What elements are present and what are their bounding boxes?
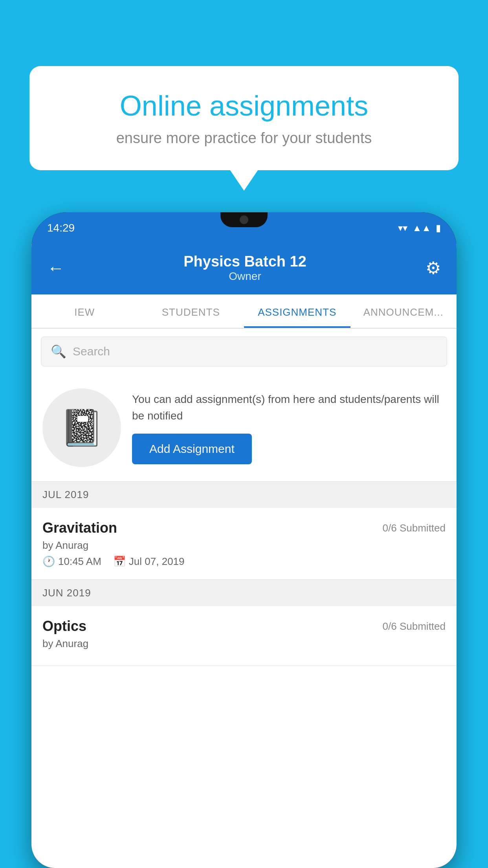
search-icon: 🔍 [51, 344, 66, 359]
assignment-name-optics: Optics [42, 618, 86, 634]
speech-bubble-subtitle: ensure more practice for your students [57, 130, 431, 147]
wifi-icon: ▾▾ [398, 223, 407, 234]
assignment-time-value: 10:45 AM [58, 555, 101, 568]
phone-screen: ← Physics Batch 12 Owner ⚙ IEW STUDENTS … [31, 244, 457, 868]
header-title: Physics Batch 12 [183, 253, 306, 270]
assignment-time: 🕐 10:45 AM [42, 555, 101, 568]
status-bar: 14:29 ▾▾ ▲▲ ▮ [31, 212, 457, 244]
status-time: 14:29 [47, 222, 75, 234]
tab-overview[interactable]: IEW [31, 294, 138, 328]
tabs-bar: IEW STUDENTS ASSIGNMENTS ANNOUNCEM... [31, 294, 457, 329]
assignment-meta: 🕐 10:45 AM 📅 Jul 07, 2019 [42, 555, 446, 568]
notebook-icon: 📓 [60, 407, 104, 449]
header-subtitle: Owner [183, 270, 306, 283]
section-header-jul: JUL 2019 [31, 482, 457, 508]
speech-bubble: Online assignments ensure more practice … [29, 66, 459, 170]
settings-button[interactable]: ⚙ [426, 258, 441, 278]
assignment-date-value: Jul 07, 2019 [129, 555, 185, 568]
assignment-author: by Anurag [42, 539, 446, 552]
section-header-jun: JUN 2019 [31, 580, 457, 606]
assignment-date: 📅 Jul 07, 2019 [113, 555, 185, 568]
tab-students[interactable]: STUDENTS [138, 294, 244, 328]
signal-icon: ▲▲ [412, 223, 431, 234]
add-assignment-button[interactable]: Add Assignment [132, 434, 252, 464]
calendar-icon: 📅 [113, 555, 126, 568]
back-button[interactable]: ← [47, 258, 64, 278]
header-center: Physics Batch 12 Owner [183, 253, 306, 283]
assignment-name: Gravitation [42, 520, 117, 536]
promo-right: You can add assignment(s) from here and … [132, 391, 446, 464]
tab-assignments[interactable]: ASSIGNMENTS [244, 294, 350, 328]
notebook-icon-circle: 📓 [42, 388, 121, 467]
assignment-row-top-optics: Optics 0/6 Submitted [42, 618, 446, 634]
search-placeholder: Search [73, 345, 110, 358]
search-input-wrap[interactable]: 🔍 Search [41, 337, 447, 366]
front-camera [240, 215, 248, 224]
clock-icon: 🕐 [42, 555, 55, 568]
battery-icon: ▮ [436, 223, 441, 234]
assignment-item-optics[interactable]: Optics 0/6 Submitted by Anurag [31, 606, 457, 666]
notch [220, 212, 268, 227]
tab-announcements[interactable]: ANNOUNCEM... [350, 294, 457, 328]
search-bar: 🔍 Search [31, 329, 457, 374]
assignment-item-gravitation[interactable]: Gravitation 0/6 Submitted by Anurag 🕐 10… [31, 508, 457, 580]
phone-frame: 14:29 ▾▾ ▲▲ ▮ ← Physics Batch 12 Owner ⚙… [31, 212, 457, 868]
promo-text: You can add assignment(s) from here and … [132, 391, 446, 424]
speech-bubble-title: Online assignments [57, 90, 431, 122]
assignment-submitted: 0/6 Submitted [383, 522, 446, 534]
assignment-author-optics: by Anurag [42, 638, 446, 650]
add-assignment-promo: 📓 You can add assignment(s) from here an… [31, 374, 457, 482]
app-header: ← Physics Batch 12 Owner ⚙ [31, 244, 457, 294]
assignment-row-top: Gravitation 0/6 Submitted [42, 520, 446, 536]
status-icons: ▾▾ ▲▲ ▮ [398, 223, 441, 234]
assignment-submitted-optics: 0/6 Submitted [383, 620, 446, 633]
